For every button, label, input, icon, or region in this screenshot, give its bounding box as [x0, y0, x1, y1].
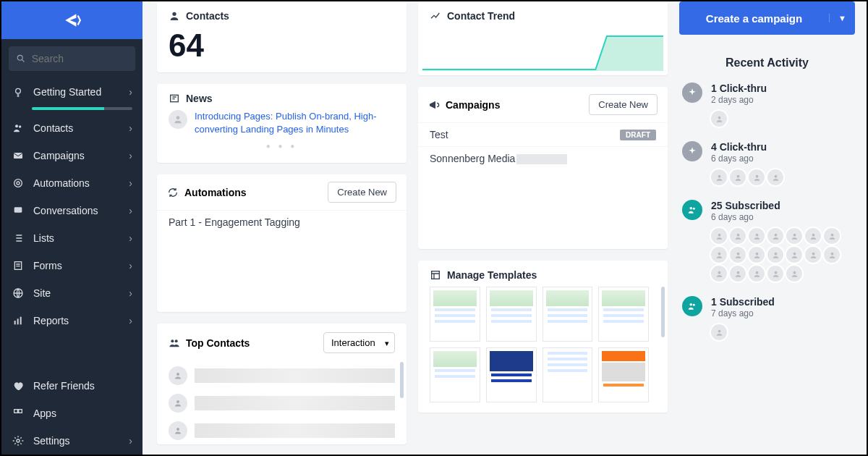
activity-icon: [682, 83, 702, 103]
activity-item[interactable]: 25 Subscribed6 days ago: [679, 193, 855, 289]
svg-rect-13: [14, 410, 18, 413]
card-title: Top Contacts: [186, 337, 250, 349]
trend-card[interactable]: Contact Trend: [418, 1, 668, 75]
people-icon: [169, 337, 180, 349]
svg-point-30: [690, 207, 693, 210]
target-icon: [12, 177, 25, 190]
activity-icon: [682, 200, 702, 220]
bulb-icon: [12, 85, 25, 98]
svg-point-53: [718, 329, 720, 332]
svg-rect-14: [19, 410, 22, 413]
recent-title: Recent Activity: [679, 46, 855, 75]
svg-point-16: [172, 12, 176, 16]
logo[interactable]: [1, 1, 142, 39]
svg-point-37: [812, 233, 814, 236]
avatar: [767, 228, 783, 244]
template-thumb[interactable]: [598, 347, 649, 402]
contact-row[interactable]: [157, 389, 407, 417]
news-avatar: [169, 110, 187, 129]
svg-point-49: [774, 271, 777, 274]
top-contacts-filter[interactable]: Interaction: [323, 332, 395, 353]
carousel-dots[interactable]: ● ● ●: [169, 136, 395, 153]
avatar: [824, 247, 840, 263]
svg-point-48: [755, 271, 758, 274]
svg-point-6: [17, 182, 20, 185]
svg-rect-24: [432, 271, 440, 279]
contacts-icon: [12, 122, 25, 135]
nav-site[interactable]: Site›: [1, 279, 142, 307]
avatar: [824, 228, 840, 244]
nav-getting-started[interactable]: Getting Started ›: [1, 78, 142, 106]
svg-point-26: [718, 174, 720, 177]
avatar: [169, 366, 187, 385]
news-headline[interactable]: Introducing Pages: Publish On-brand, Hig…: [195, 110, 395, 136]
templates-card: Manage Templates: [418, 261, 668, 413]
activity-title: 4 Click-thru: [711, 141, 852, 153]
svg-point-18: [176, 116, 180, 119]
svg-point-2: [15, 124, 18, 127]
template-thumb[interactable]: [598, 287, 649, 342]
contacts-card[interactable]: Contacts 64: [157, 1, 407, 72]
nav-reports[interactable]: Reports›: [1, 307, 142, 334]
campaign-row[interactable]: Sonnenberg Media: [418, 146, 668, 170]
template-thumb[interactable]: [430, 347, 480, 402]
nav-apps[interactable]: Apps: [1, 400, 142, 427]
template-thumb[interactable]: [542, 347, 593, 402]
avatar: [711, 228, 727, 244]
svg-point-20: [175, 339, 178, 342]
nav-settings[interactable]: Settings›: [1, 427, 142, 455]
news-icon: [169, 93, 180, 104]
template-thumb[interactable]: [542, 287, 593, 342]
create-campaign-cta[interactable]: Create a campaign ▼: [679, 1, 855, 35]
campaigns-card: Campaigns Create New Test DRAFT Sonnenbe…: [418, 87, 668, 249]
svg-point-31: [693, 208, 695, 210]
avatar: [730, 228, 746, 244]
svg-point-28: [755, 174, 758, 177]
globe-icon: [12, 287, 25, 300]
sidebar: Getting Started › Contacts› Campaigns› A…: [1, 1, 142, 455]
contact-row[interactable]: [157, 417, 407, 444]
search-box[interactable]: [9, 46, 135, 71]
svg-point-19: [171, 339, 174, 342]
nav-contacts[interactable]: Contacts›: [1, 114, 142, 142]
svg-point-50: [793, 271, 796, 274]
activity-time: 6 days ago: [711, 153, 852, 164]
nav-automations[interactable]: Automations›: [1, 169, 142, 197]
nav-conversations[interactable]: Conversations›: [1, 197, 142, 224]
cta-dropdown[interactable]: ▼: [829, 14, 855, 22]
activity-title: 1 Subscribed: [711, 296, 852, 308]
automation-row[interactable]: Part 1 - Engagement Tagging: [157, 210, 407, 234]
nav-refer[interactable]: Refer Friends: [1, 372, 142, 400]
nav-forms[interactable]: Forms›: [1, 252, 142, 279]
card-title: Automations: [184, 187, 247, 198]
template-thumb[interactable]: [486, 347, 537, 402]
activity-item[interactable]: 4 Click-thru6 days ago: [679, 134, 855, 193]
svg-point-35: [774, 233, 777, 236]
svg-point-32: [718, 233, 720, 236]
contact-row[interactable]: [157, 362, 407, 389]
svg-point-38: [830, 233, 833, 236]
card-title: Campaigns: [446, 99, 500, 111]
avatar: [786, 228, 802, 244]
card-title: Contact Trend: [447, 10, 515, 22]
template-thumb[interactable]: [430, 287, 480, 342]
svg-point-46: [718, 271, 720, 274]
nav-campaigns[interactable]: Campaigns›: [1, 142, 142, 169]
nav-lists[interactable]: Lists›: [1, 224, 142, 252]
create-automation-button[interactable]: Create New: [328, 182, 396, 203]
avatar: [786, 266, 802, 282]
top-contacts-card: Top Contacts Interaction: [157, 324, 407, 444]
svg-point-51: [690, 303, 693, 306]
main-content: Contacts 64 News Introducing Pages: Publ…: [142, 1, 867, 455]
create-campaign-button[interactable]: Create New: [589, 94, 658, 115]
news-card: News Introducing Pages: Publish On-brand…: [157, 84, 407, 163]
refresh-icon: [167, 187, 179, 198]
search-input[interactable]: [32, 53, 128, 64]
svg-point-45: [830, 252, 833, 255]
list-icon: [12, 232, 25, 245]
activity-item[interactable]: 1 Subscribed7 days ago: [679, 289, 855, 347]
template-thumb[interactable]: [486, 287, 537, 342]
activity-title: 1 Click-thru: [711, 83, 852, 94]
campaign-row[interactable]: Test DRAFT: [418, 122, 668, 146]
activity-item[interactable]: 1 Click-thru2 days ago: [679, 75, 855, 134]
